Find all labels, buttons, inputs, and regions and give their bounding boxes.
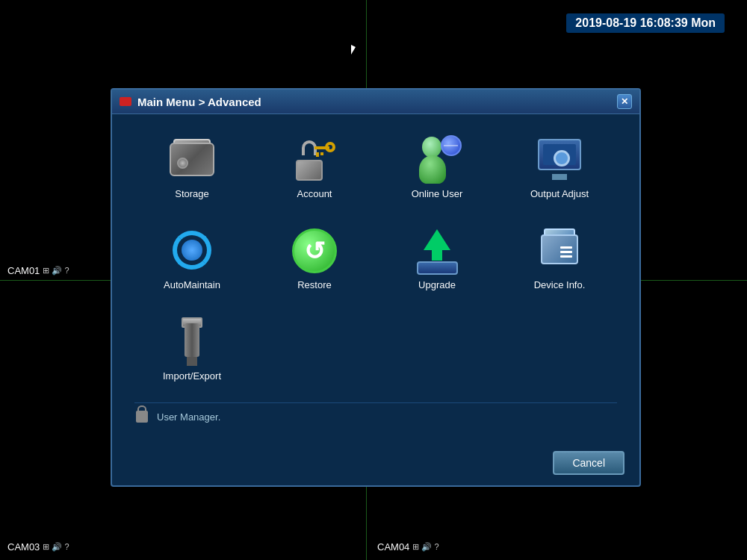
menu-item-import-export[interactable]: Import/Export xyxy=(134,311,249,388)
status-lock-icon xyxy=(134,409,149,424)
menu-item-automaintain[interactable]: AutoMaintain xyxy=(134,220,249,296)
status-text: User Manager. xyxy=(157,411,220,423)
account-label: Account xyxy=(297,188,332,199)
import-export-icon xyxy=(172,317,213,366)
import-export-label: Import/Export xyxy=(163,370,221,382)
online-user-icon xyxy=(413,135,462,184)
automaintain-icon xyxy=(168,226,217,275)
online-user-label: Online User xyxy=(412,188,463,199)
output-adjust-icon xyxy=(536,139,584,180)
dialog-close-button[interactable]: ✕ xyxy=(617,94,632,109)
storage-icon xyxy=(168,139,217,180)
device-info-icon-wrap xyxy=(533,226,586,275)
device-info-icon xyxy=(537,228,582,273)
menu-item-device-info[interactable]: Device Info. xyxy=(502,220,617,296)
title-icon xyxy=(120,97,131,106)
advanced-dialog: Main Menu > Advanced ✕ xyxy=(111,88,641,487)
menu-icons-grid: Storage xyxy=(134,129,617,388)
import-export-icon-wrap xyxy=(166,317,218,366)
automaintain-label: AutoMaintain xyxy=(164,279,220,290)
restore-icon xyxy=(292,228,337,273)
upgrade-icon-wrap xyxy=(411,226,463,275)
online-user-icon-wrap xyxy=(411,135,463,184)
automaintain-icon-wrap xyxy=(166,226,218,275)
cancel-button[interactable]: Cancel xyxy=(553,451,624,475)
storage-icon-wrap xyxy=(166,135,218,184)
dialog-titlebar: Main Menu > Advanced ✕ xyxy=(112,90,639,114)
account-icon xyxy=(292,137,337,182)
device-info-label: Device Info. xyxy=(534,279,586,290)
menu-item-account[interactable]: Account xyxy=(257,129,372,205)
account-icon-wrap xyxy=(288,135,341,184)
output-adjust-label: Output Adjust xyxy=(530,188,589,199)
storage-label: Storage xyxy=(175,188,209,199)
menu-item-storage[interactable]: Storage xyxy=(134,129,249,205)
dialog-title: Main Menu > Advanced xyxy=(137,96,261,108)
key-icon xyxy=(314,143,335,152)
dialog-overlay: Main Menu > Advanced ✕ xyxy=(0,0,747,560)
restore-icon-wrap xyxy=(288,226,341,275)
menu-item-output-adjust[interactable]: Output Adjust xyxy=(502,129,617,205)
menu-item-upgrade[interactable]: Upgrade xyxy=(379,220,495,296)
menu-item-online-user[interactable]: Online User xyxy=(379,129,495,205)
dialog-footer: Cancel xyxy=(112,445,639,485)
upgrade-label: Upgrade xyxy=(418,279,456,290)
dialog-body: Storage xyxy=(112,114,639,445)
upgrade-icon xyxy=(413,226,462,275)
restore-label: Restore xyxy=(297,279,332,290)
status-row: User Manager. xyxy=(134,402,617,430)
dialog-title-area: Main Menu > Advanced xyxy=(120,96,261,108)
menu-item-restore[interactable]: Restore xyxy=(257,220,372,296)
output-adjust-icon-wrap xyxy=(533,135,586,184)
